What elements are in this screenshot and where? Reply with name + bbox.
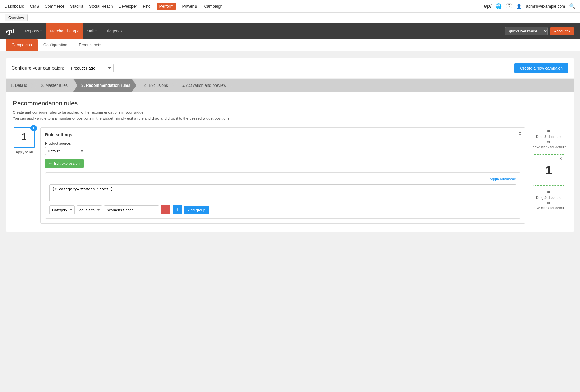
rule-number: 1 bbox=[22, 131, 27, 142]
rule-layout: + 1 Apply to all Rule settings x Product… bbox=[13, 127, 567, 224]
nav-social-reach[interactable]: Social Reach bbox=[89, 4, 113, 9]
drag-icon-bottom: ≡ bbox=[547, 189, 550, 194]
nav-stackla[interactable]: Stackla bbox=[70, 4, 83, 9]
tab-campaigns[interactable]: Campaigns bbox=[6, 39, 38, 51]
step-master-rules[interactable]: 2. Master rules bbox=[33, 79, 73, 92]
filter-value-input[interactable] bbox=[104, 205, 159, 214]
nav-perform[interactable]: Perform bbox=[157, 3, 177, 10]
drag-icon-top: ≡ bbox=[547, 128, 550, 133]
drag-tile-number: 1 bbox=[545, 164, 552, 177]
search-icon[interactable]: 🔍 bbox=[569, 3, 575, 9]
account-chevron-icon: ▾ bbox=[569, 30, 570, 33]
filter-operator-select[interactable]: equals to bbox=[77, 205, 102, 214]
nav-dashboard[interactable]: Dashboard bbox=[5, 4, 24, 9]
brand-logo: epi bbox=[6, 27, 14, 35]
nav-cms[interactable]: CMS bbox=[30, 4, 39, 9]
top-nav: Dashboard CMS Commerce Stackla Social Re… bbox=[0, 0, 580, 13]
rule-settings-panel: Rule settings x Product source: Default … bbox=[40, 127, 525, 224]
step-activation-preview[interactable]: 5. Activation and preview bbox=[174, 79, 232, 92]
expression-textarea[interactable]: (r.category="Womens Shoes") bbox=[49, 184, 516, 201]
step-details[interactable]: 1. Details bbox=[6, 79, 33, 92]
product-source-select[interactable]: Default bbox=[45, 147, 85, 155]
campaign-bar: Configure your campaign: Product Page Cr… bbox=[6, 58, 574, 78]
section-title: Recommendation rules bbox=[13, 100, 567, 107]
add-group-button[interactable]: Add group bbox=[184, 206, 209, 214]
tab-product-sets[interactable]: Product sets bbox=[73, 39, 107, 51]
drag-hint-bottom: ≡ Drag & drop rule or Leave blank for de… bbox=[531, 188, 567, 211]
mail-chevron-icon: ▾ bbox=[95, 30, 97, 33]
nav-mail[interactable]: Mail ▾ bbox=[83, 23, 101, 39]
reports-chevron-icon: ▾ bbox=[40, 30, 42, 33]
apply-all-label: Apply to all bbox=[16, 150, 33, 154]
close-rule-button[interactable]: x bbox=[519, 131, 521, 136]
section-desc-1: Create and configure rules to be applied… bbox=[13, 110, 567, 114]
main-content: Configure your campaign: Product Page Cr… bbox=[0, 51, 580, 392]
steps-bar: 1. Details 2. Master rules 3. Recommenda… bbox=[6, 79, 574, 92]
merchandising-chevron-icon: ▾ bbox=[77, 30, 79, 33]
nav-power-bi[interactable]: Power Bi bbox=[182, 4, 198, 9]
rule-number-box: + 1 Apply to all bbox=[13, 127, 36, 224]
triggers-chevron-icon: ▾ bbox=[121, 30, 122, 33]
section-desc-2: You can apply a rule to any number of po… bbox=[13, 116, 567, 120]
product-source-label: Product source: bbox=[45, 141, 520, 145]
drag-hint-top: ≡ Drag & drop rule or Leave blank for de… bbox=[530, 127, 567, 150]
remove-filter-button[interactable]: − bbox=[161, 205, 170, 214]
rule-tile[interactable]: + 1 bbox=[14, 127, 35, 148]
overview-bar: Overview bbox=[0, 13, 580, 23]
campaign-label: Configure your campaign: bbox=[12, 66, 64, 71]
edit-expression-button[interactable]: Edit expression bbox=[45, 159, 84, 168]
secondary-nav: epi Reports ▾ Merchandising ▾ Mail ▾ Tri… bbox=[0, 23, 580, 39]
step-recommendation-rules[interactable]: 3. Recommendation rules bbox=[73, 79, 136, 92]
step-exclusions[interactable]: 4. Exclusions bbox=[136, 79, 173, 92]
nav-reports[interactable]: Reports ▾ bbox=[21, 23, 46, 39]
add-rule-button[interactable]: + bbox=[30, 125, 37, 131]
nav-find[interactable]: Find bbox=[143, 4, 150, 9]
drag-tile[interactable]: x 1 bbox=[533, 154, 564, 186]
filter-row: Category equals to − + Add group bbox=[49, 205, 516, 214]
help-icon[interactable]: ? bbox=[506, 3, 512, 9]
nav-developer[interactable]: Developer bbox=[119, 4, 137, 9]
rule-settings-title: Rule settings bbox=[45, 132, 520, 137]
add-filter-button[interactable]: + bbox=[173, 205, 182, 214]
overview-button[interactable]: Overview bbox=[5, 14, 28, 21]
nav-commerce[interactable]: Commerce bbox=[45, 4, 64, 9]
drag-tile-close-button[interactable]: x bbox=[560, 156, 562, 160]
tab-bar: Campaigns Configuration Product sets bbox=[0, 39, 580, 51]
admin-email: admin@example.com bbox=[526, 4, 565, 9]
user-icon: 👤 bbox=[516, 3, 522, 9]
toggle-advanced-link[interactable]: Toggle advanced bbox=[488, 177, 516, 181]
top-nav-right: epi 🌐 ? 👤 admin@example.com 🔍 bbox=[484, 3, 575, 9]
toggle-advanced: Toggle advanced bbox=[49, 177, 516, 181]
nav-merchandising[interactable]: Merchandising ▾ bbox=[46, 23, 83, 39]
filter-category-select[interactable]: Category bbox=[49, 205, 75, 214]
globe-icon[interactable]: 🌐 bbox=[495, 3, 502, 9]
nav-campaign[interactable]: Campaign bbox=[204, 4, 222, 9]
store-selector[interactable]: quicksilverswede... bbox=[505, 27, 548, 35]
content-panel: Recommendation rules Create and configur… bbox=[6, 92, 574, 232]
logo-icon: epi bbox=[484, 3, 491, 9]
expression-editor: Toggle advanced (r.category="Womens Shoe… bbox=[45, 172, 520, 219]
account-button[interactable]: Account ▾ bbox=[550, 27, 574, 35]
campaign-selector[interactable]: Product Page bbox=[68, 64, 114, 72]
secondary-nav-right: quicksilverswede... Account ▾ bbox=[505, 27, 574, 35]
create-campaign-button[interactable]: Create a new campaign bbox=[514, 63, 568, 73]
pencil-icon bbox=[49, 161, 52, 166]
nav-triggers[interactable]: Triggers ▾ bbox=[101, 23, 126, 39]
tab-configuration[interactable]: Configuration bbox=[38, 39, 73, 51]
drag-drop-column: ≡ Drag & drop rule or Leave blank for de… bbox=[530, 127, 567, 224]
